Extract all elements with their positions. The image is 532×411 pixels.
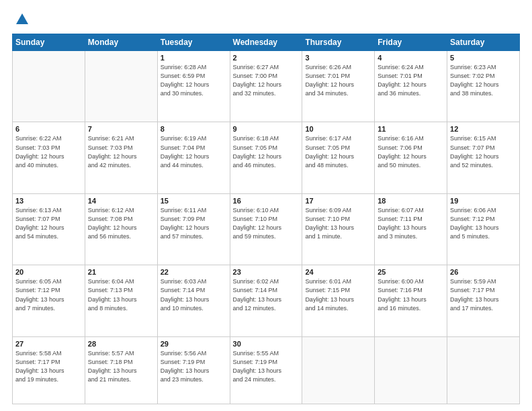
- day-number: 20: [15, 268, 82, 276]
- calendar-cell: 3Sunrise: 6:26 AM Sunset: 7:01 PM Daylig…: [302, 51, 375, 122]
- day-number: 11: [378, 125, 444, 133]
- calendar-cell: 29Sunrise: 5:56 AM Sunset: 7:19 PM Dayli…: [157, 336, 230, 404]
- day-info: Sunrise: 6:27 AM Sunset: 7:00 PM Dayligh…: [233, 63, 300, 98]
- calendar-cell: 27Sunrise: 5:58 AM Sunset: 7:17 PM Dayli…: [13, 336, 85, 404]
- day-number: 19: [450, 197, 517, 205]
- day-number: 8: [161, 125, 227, 133]
- calendar-cell: 20Sunrise: 6:05 AM Sunset: 7:12 PM Dayli…: [13, 265, 85, 336]
- calendar-table: SundayMondayTuesdayWednesdayThursdayFrid…: [12, 34, 520, 404]
- calendar-cell: 26Sunrise: 5:59 AM Sunset: 7:17 PM Dayli…: [447, 265, 520, 336]
- day-info: Sunrise: 6:02 AM Sunset: 7:14 PM Dayligh…: [233, 277, 300, 312]
- day-number: 18: [378, 197, 444, 205]
- day-number: 15: [161, 197, 227, 205]
- day-info: Sunrise: 6:01 AM Sunset: 7:15 PM Dayligh…: [305, 277, 371, 312]
- day-info: Sunrise: 6:11 AM Sunset: 7:09 PM Dayligh…: [161, 206, 227, 241]
- calendar-cell: [447, 336, 520, 404]
- weekday-header-tuesday: Tuesday: [157, 34, 230, 51]
- header: [12, 12, 520, 27]
- calendar-cell: 23Sunrise: 6:02 AM Sunset: 7:14 PM Dayli…: [230, 265, 302, 336]
- day-info: Sunrise: 6:24 AM Sunset: 7:01 PM Dayligh…: [378, 63, 444, 98]
- day-info: Sunrise: 6:07 AM Sunset: 7:11 PM Dayligh…: [378, 206, 444, 241]
- day-info: Sunrise: 6:21 AM Sunset: 7:03 PM Dayligh…: [88, 134, 154, 169]
- weekday-header-wednesday: Wednesday: [230, 34, 302, 51]
- day-info: Sunrise: 6:15 AM Sunset: 7:07 PM Dayligh…: [450, 134, 517, 169]
- calendar-cell: 7Sunrise: 6:21 AM Sunset: 7:03 PM Daylig…: [85, 122, 157, 193]
- week-row-1: 1Sunrise: 6:28 AM Sunset: 6:59 PM Daylig…: [13, 51, 520, 122]
- day-info: Sunrise: 5:55 AM Sunset: 7:19 PM Dayligh…: [233, 349, 300, 384]
- day-number: 5: [450, 54, 517, 62]
- day-number: 9: [233, 125, 300, 133]
- calendar-cell: 10Sunrise: 6:17 AM Sunset: 7:05 PM Dayli…: [302, 122, 375, 193]
- day-number: 1: [161, 54, 227, 62]
- calendar-cell: [13, 51, 85, 122]
- calendar-cell: 16Sunrise: 6:10 AM Sunset: 7:10 PM Dayli…: [230, 193, 302, 265]
- week-row-3: 13Sunrise: 6:13 AM Sunset: 7:07 PM Dayli…: [13, 193, 520, 265]
- day-number: 6: [15, 125, 82, 133]
- calendar-cell: 9Sunrise: 6:18 AM Sunset: 7:05 PM Daylig…: [230, 122, 302, 193]
- calendar-cell: 8Sunrise: 6:19 AM Sunset: 7:04 PM Daylig…: [157, 122, 230, 193]
- logo: [12, 12, 30, 27]
- day-info: Sunrise: 6:19 AM Sunset: 7:04 PM Dayligh…: [161, 134, 227, 169]
- calendar-cell: [375, 336, 447, 404]
- day-info: Sunrise: 5:56 AM Sunset: 7:19 PM Dayligh…: [161, 349, 227, 384]
- week-row-4: 20Sunrise: 6:05 AM Sunset: 7:12 PM Dayli…: [13, 265, 520, 336]
- day-number: 14: [88, 197, 154, 205]
- day-info: Sunrise: 6:16 AM Sunset: 7:06 PM Dayligh…: [378, 134, 444, 169]
- weekday-header-saturday: Saturday: [447, 34, 520, 51]
- week-row-5: 27Sunrise: 5:58 AM Sunset: 7:17 PM Dayli…: [13, 336, 520, 404]
- day-number: 2: [233, 54, 300, 62]
- logo-icon: [15, 12, 30, 27]
- calendar-cell: [302, 336, 375, 404]
- weekday-header-thursday: Thursday: [302, 34, 375, 51]
- weekday-header-monday: Monday: [85, 34, 157, 51]
- day-info: Sunrise: 6:12 AM Sunset: 7:08 PM Dayligh…: [88, 206, 154, 241]
- calendar-cell: 18Sunrise: 6:07 AM Sunset: 7:11 PM Dayli…: [375, 193, 447, 265]
- calendar-cell: 24Sunrise: 6:01 AM Sunset: 7:15 PM Dayli…: [302, 265, 375, 336]
- calendar-cell: 13Sunrise: 6:13 AM Sunset: 7:07 PM Dayli…: [13, 193, 85, 265]
- day-number: 7: [88, 125, 154, 133]
- day-number: 28: [88, 340, 154, 348]
- day-info: Sunrise: 6:13 AM Sunset: 7:07 PM Dayligh…: [15, 206, 82, 241]
- day-number: 12: [450, 125, 517, 133]
- calendar-cell: 2Sunrise: 6:27 AM Sunset: 7:00 PM Daylig…: [230, 51, 302, 122]
- day-number: 3: [305, 54, 371, 62]
- day-number: 29: [161, 340, 227, 348]
- calendar-cell: 21Sunrise: 6:04 AM Sunset: 7:13 PM Dayli…: [85, 265, 157, 336]
- calendar-cell: 1Sunrise: 6:28 AM Sunset: 6:59 PM Daylig…: [157, 51, 230, 122]
- calendar-cell: 5Sunrise: 6:23 AM Sunset: 7:02 PM Daylig…: [447, 51, 520, 122]
- day-info: Sunrise: 6:26 AM Sunset: 7:01 PM Dayligh…: [305, 63, 371, 98]
- day-info: Sunrise: 6:17 AM Sunset: 7:05 PM Dayligh…: [305, 134, 371, 169]
- calendar-cell: 28Sunrise: 5:57 AM Sunset: 7:18 PM Dayli…: [85, 336, 157, 404]
- day-info: Sunrise: 6:28 AM Sunset: 6:59 PM Dayligh…: [161, 63, 227, 98]
- calendar-cell: 17Sunrise: 6:09 AM Sunset: 7:10 PM Dayli…: [302, 193, 375, 265]
- calendar-cell: 25Sunrise: 6:00 AM Sunset: 7:16 PM Dayli…: [375, 265, 447, 336]
- page: SundayMondayTuesdayWednesdayThursdayFrid…: [0, 0, 532, 411]
- calendar-cell: 22Sunrise: 6:03 AM Sunset: 7:14 PM Dayli…: [157, 265, 230, 336]
- day-number: 4: [378, 54, 444, 62]
- calendar-cell: 6Sunrise: 6:22 AM Sunset: 7:03 PM Daylig…: [13, 122, 85, 193]
- day-number: 25: [378, 268, 444, 276]
- week-row-2: 6Sunrise: 6:22 AM Sunset: 7:03 PM Daylig…: [13, 122, 520, 193]
- calendar-cell: [85, 51, 157, 122]
- calendar-cell: 15Sunrise: 6:11 AM Sunset: 7:09 PM Dayli…: [157, 193, 230, 265]
- day-number: 24: [305, 268, 371, 276]
- calendar-cell: 30Sunrise: 5:55 AM Sunset: 7:19 PM Dayli…: [230, 336, 302, 404]
- day-number: 13: [15, 197, 82, 205]
- day-info: Sunrise: 5:57 AM Sunset: 7:18 PM Dayligh…: [88, 349, 154, 384]
- day-number: 21: [88, 268, 154, 276]
- calendar-cell: 4Sunrise: 6:24 AM Sunset: 7:01 PM Daylig…: [375, 51, 447, 122]
- calendar-cell: 11Sunrise: 6:16 AM Sunset: 7:06 PM Dayli…: [375, 122, 447, 193]
- day-info: Sunrise: 6:10 AM Sunset: 7:10 PM Dayligh…: [233, 206, 300, 241]
- day-info: Sunrise: 6:04 AM Sunset: 7:13 PM Dayligh…: [88, 277, 154, 312]
- day-number: 17: [305, 197, 371, 205]
- day-info: Sunrise: 6:00 AM Sunset: 7:16 PM Dayligh…: [378, 277, 444, 312]
- weekday-header-row: SundayMondayTuesdayWednesdayThursdayFrid…: [13, 34, 520, 51]
- calendar-cell: 14Sunrise: 6:12 AM Sunset: 7:08 PM Dayli…: [85, 193, 157, 265]
- day-info: Sunrise: 5:59 AM Sunset: 7:17 PM Dayligh…: [450, 277, 517, 312]
- day-number: 27: [15, 340, 82, 348]
- day-info: Sunrise: 6:23 AM Sunset: 7:02 PM Dayligh…: [450, 63, 517, 98]
- day-number: 22: [161, 268, 227, 276]
- day-info: Sunrise: 6:18 AM Sunset: 7:05 PM Dayligh…: [233, 134, 300, 169]
- day-number: 16: [233, 197, 300, 205]
- day-info: Sunrise: 6:03 AM Sunset: 7:14 PM Dayligh…: [161, 277, 227, 312]
